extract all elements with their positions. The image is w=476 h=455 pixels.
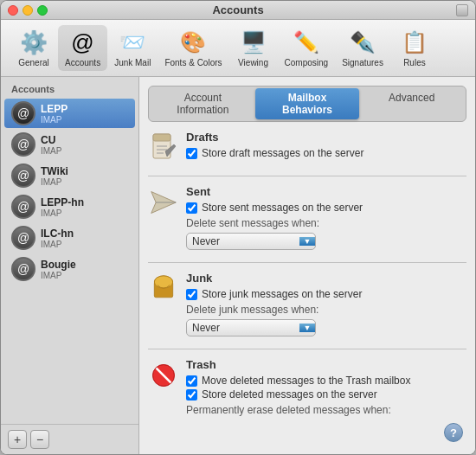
sidebar-item-lepp[interactable]: @ LEPP IMAP — [4, 99, 135, 128]
junkmail-icon: 📨 — [119, 29, 146, 56]
sidebar: Accounts @ LEPP IMAP @ CU IMAP @ TWiki — [1, 77, 139, 454]
trash-store-checkbox[interactable] — [186, 389, 197, 401]
close-button[interactable] — [8, 5, 18, 16]
maximize-button[interactable] — [37, 5, 48, 16]
trash-store-label: Store deleted messages on the server — [202, 388, 377, 401]
toolbar-signatures[interactable]: ✒️ Signatures — [335, 25, 390, 71]
sidebar-item-ilc-hn[interactable]: @ ILC-hn IMAP — [4, 223, 135, 253]
window-title: Accounts — [212, 3, 263, 16]
junk-delete-dropdown-row: Never One day old One week old One month… — [186, 319, 466, 336]
junkmail-label: Junk Mail — [114, 58, 151, 67]
signatures-icon: ✒️ — [349, 29, 376, 56]
ilc-hn-type: IMAP — [41, 240, 74, 249]
toolbar-junkmail[interactable]: 📨 Junk Mail — [107, 25, 158, 71]
sent-select-arrow: ▼ — [299, 237, 315, 246]
fonts-label: Fonts & Colors — [164, 58, 222, 67]
ilc-hn-info: ILC-hn IMAP — [41, 228, 74, 249]
sidebar-item-cu[interactable]: @ CU IMAP — [4, 130, 135, 159]
toolbar-composing[interactable]: ✏️ Composing — [278, 25, 336, 71]
trash-content: Trash Move deleted messages to the Trash… — [186, 358, 466, 420]
cu-info: CU IMAP — [41, 134, 61, 156]
signatures-label: Signatures — [342, 58, 383, 67]
cu-type: IMAP — [41, 146, 61, 156]
sidebar-item-twiki[interactable]: @ TWiki IMAP — [4, 161, 135, 190]
drafts-store-row: Store draft messages on the server — [186, 147, 466, 159]
resize-button[interactable] — [456, 4, 468, 16]
tab-bar: Account Information Mailbox Behaviors Ad… — [148, 86, 466, 122]
trash-move-label: Move deleted messages to the Trash mailb… — [202, 375, 410, 387]
toolbar-viewing[interactable]: 🖥️ Viewing — [229, 25, 278, 71]
lepp-hn-info: LEPP-hn IMAP — [41, 196, 84, 218]
sent-delete-label: Delete sent messages when: — [186, 217, 466, 229]
junk-content: Junk Store junk messages on the server D… — [186, 272, 466, 336]
composing-label: Composing — [285, 58, 329, 67]
help-button[interactable]: ? — [444, 423, 463, 442]
drafts-section: Drafts Store draft messages on the serve… — [148, 131, 466, 163]
junk-section: Junk Store junk messages on the server D… — [148, 272, 466, 336]
twiki-icon: @ — [11, 163, 35, 188]
junk-delete-label: Delete junk messages when: — [186, 304, 466, 316]
lepp-hn-name: LEPP-hn — [41, 196, 84, 208]
ilc-hn-icon: @ — [11, 226, 35, 250]
sent-delete-select[interactable]: Never One day old One week old One month… — [187, 234, 299, 249]
cu-icon: @ — [11, 132, 35, 157]
toolbar-accounts[interactable]: @ Accounts — [58, 25, 107, 71]
general-label: General — [18, 58, 49, 67]
junk-store-row: Store junk messages on the server — [186, 288, 466, 300]
sent-store-checkbox[interactable] — [186, 202, 197, 214]
sidebar-header: Accounts — [1, 80, 138, 98]
junk-delete-select-wrapper: Never One day old One week old One month… — [186, 319, 316, 336]
rules-label: Rules — [403, 58, 426, 67]
ilc-hn-name: ILC-hn — [41, 228, 74, 240]
junk-icon — [148, 273, 179, 304]
junk-delete-select[interactable]: Never One day old One week old One month… — [187, 320, 299, 336]
main-window: Accounts ⚙️ General @ Accounts 📨 Junk Ma… — [0, 0, 476, 455]
trash-icon — [148, 360, 179, 391]
drafts-title: Drafts — [186, 131, 466, 144]
sidebar-footer: + − — [1, 424, 138, 454]
viewing-icon: 🖥️ — [240, 29, 267, 56]
drafts-store-label: Store draft messages on the server — [202, 147, 363, 159]
fonts-icon: 🎨 — [179, 29, 207, 56]
tab-advanced[interactable]: Advanced — [359, 88, 464, 119]
lepp-icon: @ — [11, 101, 35, 125]
svg-point-10 — [154, 276, 172, 288]
lepp-type: IMAP — [41, 115, 68, 125]
sent-title: Sent — [186, 185, 466, 198]
remove-account-button[interactable]: − — [30, 430, 49, 449]
junk-title: Junk — [186, 272, 466, 285]
minimize-button[interactable] — [23, 5, 33, 16]
tab-content: Drafts Store draft messages on the serve… — [148, 131, 466, 420]
main-content: Accounts @ LEPP IMAP @ CU IMAP @ TWiki — [1, 77, 475, 454]
junk-store-label: Store junk messages on the server — [202, 288, 362, 300]
drafts-icon — [148, 132, 179, 163]
trash-move-row: Move deleted messages to the Trash mailb… — [186, 375, 466, 387]
lepp-name: LEPP — [41, 103, 68, 115]
drafts-store-checkbox[interactable] — [186, 148, 197, 159]
junk-store-checkbox[interactable] — [186, 289, 197, 300]
trash-section: Trash Move deleted messages to the Trash… — [148, 358, 466, 420]
add-account-button[interactable]: + — [8, 430, 27, 449]
trash-delete-label: Permanently erase deleted messages when: — [186, 404, 466, 416]
trash-store-row: Store deleted messages on the server — [186, 388, 466, 401]
tab-account-information[interactable]: Account Information — [151, 88, 255, 119]
lepp-hn-icon: @ — [11, 195, 35, 219]
twiki-info: TWiki IMAP — [41, 165, 68, 187]
sent-delete-dropdown-row: Never One day old One week old One month… — [186, 233, 466, 250]
lepp-info: LEPP IMAP — [41, 103, 68, 125]
twiki-type: IMAP — [41, 177, 68, 187]
divider-1 — [148, 176, 466, 176]
sent-store-row: Store sent messages on the server — [186, 202, 466, 214]
rules-icon: 📋 — [401, 29, 428, 56]
toolbar-fonts[interactable]: 🎨 Fonts & Colors — [158, 25, 228, 71]
sidebar-item-lepp-hn[interactable]: @ LEPP-hn IMAP — [4, 192, 135, 221]
trash-move-checkbox[interactable] — [186, 375, 197, 387]
svg-rect-1 — [153, 134, 170, 141]
bougie-info: Bougie IMAP — [41, 259, 76, 280]
toolbar-general[interactable]: ⚙️ General — [10, 25, 58, 71]
tab-mailbox-behaviors[interactable]: Mailbox Behaviors — [255, 88, 360, 119]
toolbar-rules[interactable]: 📋 Rules — [390, 25, 439, 71]
accounts-icon: @ — [69, 29, 97, 56]
twiki-name: TWiki — [41, 165, 68, 177]
sidebar-item-bougie[interactable]: @ Bougie IMAP — [4, 254, 135, 284]
